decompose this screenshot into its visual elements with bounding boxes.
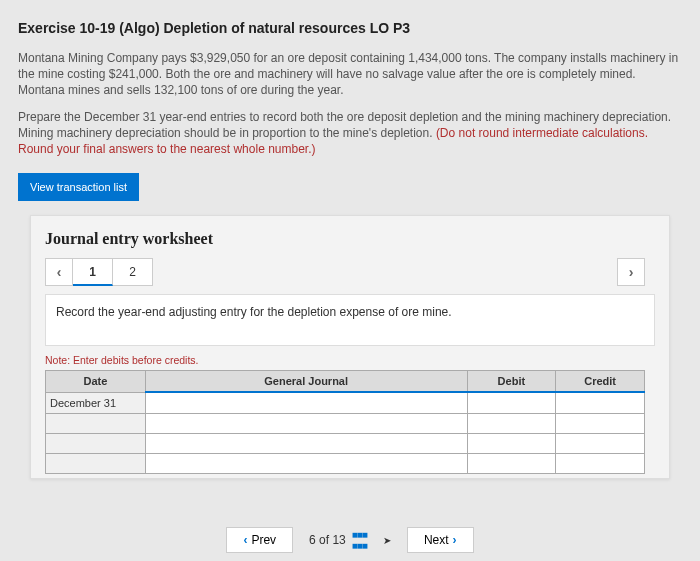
view-transaction-list-button[interactable]: View transaction list xyxy=(18,173,139,201)
header-debit: Debit xyxy=(467,371,556,393)
journal-entry-worksheet: Journal entry worksheet ‹ 1 2 › Record t… xyxy=(30,215,670,479)
account-cell[interactable] xyxy=(145,413,467,433)
worksheet-title: Journal entry worksheet xyxy=(45,230,655,248)
instructions: Prepare the December 31 year-end entries… xyxy=(18,109,682,158)
prev-button[interactable]: ‹ Prev xyxy=(226,527,293,553)
problem-text: Montana Mining Company pays $3,929,050 f… xyxy=(18,50,682,99)
header-date: Date xyxy=(46,371,146,393)
entry-instruction: Record the year-end adjusting entry for … xyxy=(45,294,655,346)
account-cell[interactable] xyxy=(145,392,467,413)
credit-cell[interactable] xyxy=(556,392,645,413)
date-cell xyxy=(46,433,146,453)
debit-cell[interactable] xyxy=(467,453,556,473)
prev-label: Prev xyxy=(251,533,276,547)
page-position: 6 of 13 ■■■■■■ xyxy=(309,529,367,551)
grid-icon[interactable]: ■■■■■■ xyxy=(352,529,367,551)
account-cell[interactable] xyxy=(145,433,467,453)
credit-cell[interactable] xyxy=(556,453,645,473)
cursor-icon: ➤ xyxy=(383,535,391,546)
credit-cell[interactable] xyxy=(556,413,645,433)
chevron-left-icon: ‹ xyxy=(243,533,247,547)
date-cell xyxy=(46,453,146,473)
footer-nav: ‹ Prev 6 of 13 ■■■■■■ ➤ Next › xyxy=(0,527,700,553)
chevron-right-icon: › xyxy=(453,533,457,547)
tab-1[interactable]: 1 xyxy=(73,258,113,286)
date-cell xyxy=(46,413,146,433)
debit-cell[interactable] xyxy=(467,433,556,453)
debits-credits-note: Note: Enter debits before credits. xyxy=(45,354,655,366)
position-text: 6 of 13 xyxy=(309,533,346,547)
exercise-title: Exercise 10-19 (Algo) Depletion of natur… xyxy=(18,20,682,36)
next-entry-button[interactable]: › xyxy=(617,258,645,286)
debit-cell[interactable] xyxy=(467,413,556,433)
credit-cell[interactable] xyxy=(556,433,645,453)
debit-cell[interactable] xyxy=(467,392,556,413)
next-button[interactable]: Next › xyxy=(407,527,474,553)
prev-entry-button[interactable]: ‹ xyxy=(45,258,73,286)
date-cell: December 31 xyxy=(46,392,146,413)
account-cell[interactable] xyxy=(145,453,467,473)
tab-2[interactable]: 2 xyxy=(113,258,153,286)
worksheet-tab-row: ‹ 1 2 › xyxy=(45,258,655,286)
journal-entry-table: Date General Journal Debit Credit Decemb… xyxy=(45,370,645,474)
header-credit: Credit xyxy=(556,371,645,393)
header-general-journal: General Journal xyxy=(145,371,467,393)
next-label: Next xyxy=(424,533,449,547)
